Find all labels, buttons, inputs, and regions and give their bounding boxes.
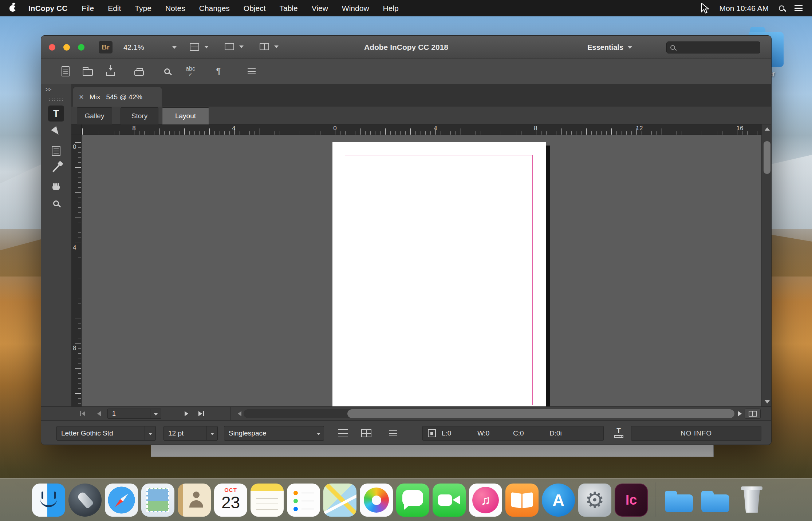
horizontal-scroll-thumb[interactable] — [347, 409, 734, 418]
dock-photos-icon[interactable] — [360, 484, 393, 517]
dock-finder-icon[interactable] — [32, 484, 65, 517]
document-tab[interactable]: × Mix 545 @ 42% — [73, 87, 162, 107]
close-window-button[interactable] — [49, 44, 55, 51]
menu-view[interactable]: View — [305, 4, 335, 13]
layout-canvas[interactable] — [82, 135, 761, 406]
arrange-documents-button[interactable] — [260, 43, 279, 50]
spread-view-button[interactable] — [745, 409, 761, 419]
window-titlebar[interactable]: Br 42.1% Adobe InCopy CC 2018 Essentials — [41, 36, 771, 59]
zoom-window-button[interactable] — [78, 44, 84, 51]
last-page-button[interactable] — [196, 409, 206, 418]
tab-layout[interactable]: Layout — [162, 107, 209, 124]
menu-app-name[interactable]: InCopy CC — [21, 4, 75, 13]
vertical-scrollbar[interactable] — [761, 124, 772, 406]
first-page-button[interactable] — [78, 409, 87, 418]
status-font-dropdown[interactable]: Letter Gothic Std — [56, 426, 156, 441]
horizontal-ruler[interactable]: 8 4 0 4 8 12 16 — [82, 124, 761, 135]
view-options-button[interactable] — [190, 43, 209, 51]
page-number-chevron[interactable] — [150, 409, 161, 418]
note-tool[interactable] — [48, 143, 64, 159]
vertical-scroll-thumb[interactable] — [764, 141, 770, 174]
scroll-up-arrow[interactable] — [765, 127, 770, 131]
apple-menu[interactable] — [0, 5, 21, 12]
line-numbers-button[interactable] — [337, 429, 349, 438]
page-navigation-bar: 1 — [41, 406, 771, 420]
dock-folder-1-icon[interactable] — [662, 484, 695, 517]
zoom-level-dropdown[interactable]: 42.1% — [118, 41, 177, 53]
menu-edit[interactable]: Edit — [101, 4, 128, 13]
panel-expand-button[interactable]: >> — [46, 86, 51, 92]
spotlight-search-icon[interactable] — [779, 5, 784, 11]
menu-table[interactable]: Table — [273, 4, 305, 13]
dock-itunes-icon[interactable]: ♫ — [469, 484, 502, 517]
eyedropper-tool[interactable] — [48, 160, 64, 176]
print-button[interactable] — [132, 64, 146, 79]
status-spacing-chevron[interactable] — [313, 426, 324, 440]
minimize-window-button[interactable] — [63, 44, 70, 51]
status-size-chevron[interactable] — [206, 426, 217, 440]
eyedropper-icon — [52, 164, 60, 172]
dock-ibooks-icon[interactable] — [505, 484, 539, 517]
panel-menu-button[interactable] — [244, 64, 259, 79]
menu-notes[interactable]: Notes — [158, 4, 192, 13]
page-number-dropdown[interactable]: 1 — [107, 409, 161, 419]
grid-view-button[interactable] — [360, 429, 373, 438]
dock-launchpad-icon[interactable] — [68, 484, 102, 517]
position-tool[interactable] — [48, 123, 64, 139]
ruler-label: 0 — [333, 125, 336, 132]
status-size-dropdown[interactable]: 12 pt — [163, 426, 218, 441]
show-hidden-characters-button[interactable]: ¶ — [211, 64, 226, 79]
menu-file[interactable]: File — [75, 4, 101, 13]
menu-clock[interactable]: Mon 10:46 AM — [720, 4, 769, 13]
bridge-button[interactable]: Br — [99, 41, 113, 53]
tab-close-icon[interactable]: × — [79, 93, 84, 101]
left-arrow-icon — [238, 411, 241, 416]
find-button[interactable] — [160, 64, 174, 79]
open-button[interactable] — [80, 64, 95, 79]
status-menu-button[interactable] — [387, 429, 399, 438]
dock-system-preferences-icon[interactable]: ⚙ — [578, 484, 611, 517]
menu-type[interactable]: Type — [128, 4, 158, 13]
scroll-left-arrow[interactable] — [235, 409, 244, 418]
panel-grip[interactable] — [48, 94, 64, 102]
dock-messages-icon[interactable] — [396, 484, 429, 517]
dock-incopy-icon[interactable]: Ic — [615, 484, 648, 517]
dock-contacts-icon[interactable] — [178, 484, 211, 517]
dock-facetime-icon[interactable] — [433, 484, 466, 517]
menu-object[interactable]: Object — [237, 4, 273, 13]
spellcheck-button[interactable]: abc ✓ — [183, 64, 198, 79]
status-spacing-dropdown[interactable]: Singlespace — [224, 426, 324, 441]
dock-mail-icon[interactable] — [141, 484, 174, 517]
dock-reminders-icon[interactable] — [287, 484, 320, 517]
previous-page-button[interactable] — [94, 409, 104, 418]
zoom-tool[interactable] — [48, 195, 64, 211]
new-document-button[interactable] — [58, 64, 73, 79]
tab-story[interactable]: Story — [121, 107, 158, 124]
scroll-down-arrow[interactable] — [765, 400, 770, 403]
notification-center-icon[interactable] — [795, 8, 803, 9]
dock-trash-icon[interactable] — [735, 484, 768, 517]
scroll-right-arrow[interactable] — [735, 409, 745, 418]
dock-safari-icon[interactable] — [105, 484, 138, 517]
save-button[interactable] — [103, 64, 118, 79]
menu-changes[interactable]: Changes — [192, 4, 237, 13]
next-page-button[interactable] — [182, 409, 191, 418]
horizontal-scrollbar[interactable] — [244, 409, 734, 418]
tab-galley[interactable]: Galley — [77, 107, 112, 124]
search-field[interactable] — [666, 41, 760, 53]
dock-appstore-icon[interactable]: A — [542, 484, 575, 517]
dock-folder-2-icon[interactable] — [699, 484, 732, 517]
hand-tool[interactable] — [48, 178, 64, 194]
dock-maps-icon[interactable] — [323, 484, 356, 517]
vertical-ruler[interactable]: 0 4 8 — [71, 135, 82, 406]
menu-help[interactable]: Help — [376, 4, 406, 13]
menu-window[interactable]: Window — [335, 4, 376, 13]
status-font-chevron[interactable] — [145, 426, 155, 440]
dock-notes-icon[interactable] — [251, 484, 284, 517]
dock-calendar-icon[interactable]: OCT 23 — [214, 484, 247, 517]
type-tool[interactable]: T — [48, 106, 64, 122]
document-page[interactable] — [332, 142, 546, 406]
control-bar: abc ✓ ¶ Menlo Regular TT 12 pt — [41, 59, 771, 84]
workspace-switcher[interactable]: Essentials — [587, 41, 632, 53]
screen-mode-button[interactable] — [225, 43, 244, 50]
